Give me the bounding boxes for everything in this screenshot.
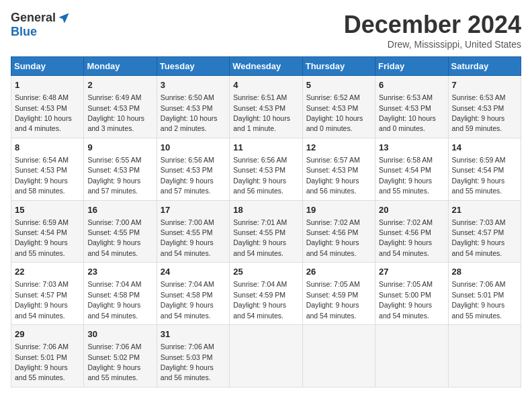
calendar-cell: 22 Sunrise: 7:03 AMSunset: 4:57 PMDaylig… xyxy=(11,263,84,325)
day-info: Sunrise: 7:05 AMSunset: 5:00 PMDaylight:… xyxy=(379,280,433,319)
day-info: Sunrise: 7:02 AMSunset: 4:56 PMDaylight:… xyxy=(306,218,360,257)
day-header-monday: Monday xyxy=(84,57,157,76)
calendar-cell xyxy=(448,325,521,387)
calendar-cell: 3 Sunrise: 6:50 AMSunset: 4:53 PMDayligh… xyxy=(157,76,229,138)
day-number: 26 xyxy=(306,266,371,278)
calendar-week-3: 15 Sunrise: 6:59 AMSunset: 4:54 PMDaylig… xyxy=(11,200,521,263)
day-info: Sunrise: 7:04 AMSunset: 4:58 PMDaylight:… xyxy=(87,280,141,319)
calendar-cell: 26 Sunrise: 7:05 AMSunset: 4:59 PMDaylig… xyxy=(302,263,375,325)
day-info: Sunrise: 7:04 AMSunset: 4:58 PMDaylight:… xyxy=(161,280,214,319)
calendar-cell xyxy=(375,325,448,387)
day-info: Sunrise: 7:06 AMSunset: 5:01 PMDaylight:… xyxy=(15,342,69,381)
calendar-cell: 18 Sunrise: 7:01 AMSunset: 4:55 PMDaylig… xyxy=(230,200,302,263)
calendar-cell: 1 Sunrise: 6:48 AMSunset: 4:53 PMDayligh… xyxy=(11,76,84,138)
calendar-cell: 2 Sunrise: 6:49 AMSunset: 4:53 PMDayligh… xyxy=(84,76,157,138)
day-info: Sunrise: 7:03 AMSunset: 4:57 PMDaylight:… xyxy=(15,280,69,319)
day-info: Sunrise: 6:48 AMSunset: 4:53 PMDaylight:… xyxy=(15,93,72,132)
calendar-cell: 19 Sunrise: 7:02 AMSunset: 4:56 PMDaylig… xyxy=(302,200,375,263)
calendar-cell: 29 Sunrise: 7:06 AMSunset: 5:01 PMDaylig… xyxy=(11,325,84,387)
day-info: Sunrise: 7:00 AMSunset: 4:55 PMDaylight:… xyxy=(87,218,141,257)
logo-bird-icon xyxy=(57,11,71,25)
calendar-cell: 12 Sunrise: 6:57 AMSunset: 4:53 PMDaylig… xyxy=(302,138,375,200)
day-header-saturday: Saturday xyxy=(448,57,521,76)
day-number: 31 xyxy=(161,328,226,340)
day-number: 19 xyxy=(306,204,371,216)
day-number: 9 xyxy=(87,142,152,154)
calendar-cell: 23 Sunrise: 7:04 AMSunset: 4:58 PMDaylig… xyxy=(84,263,157,325)
day-info: Sunrise: 7:03 AMSunset: 4:57 PMDaylight:… xyxy=(452,218,506,257)
calendar-cell: 27 Sunrise: 7:05 AMSunset: 5:00 PMDaylig… xyxy=(375,263,448,325)
day-info: Sunrise: 6:55 AMSunset: 4:53 PMDaylight:… xyxy=(87,156,141,195)
day-header-sunday: Sunday xyxy=(11,57,84,76)
day-info: Sunrise: 7:00 AMSunset: 4:55 PMDaylight:… xyxy=(161,218,214,257)
day-number: 30 xyxy=(87,328,152,340)
calendar-cell: 6 Sunrise: 6:53 AMSunset: 4:53 PMDayligh… xyxy=(375,76,448,138)
day-number: 11 xyxy=(233,142,298,154)
calendar-cell: 25 Sunrise: 7:04 AMSunset: 4:59 PMDaylig… xyxy=(230,263,302,325)
day-number: 28 xyxy=(452,266,517,278)
calendar-cell: 28 Sunrise: 7:06 AMSunset: 5:01 PMDaylig… xyxy=(448,263,521,325)
calendar-cell: 31 Sunrise: 7:06 AMSunset: 5:03 PMDaylig… xyxy=(157,325,229,387)
day-number: 13 xyxy=(379,142,444,154)
calendar-cell: 10 Sunrise: 6:56 AMSunset: 4:53 PMDaylig… xyxy=(157,138,229,200)
calendar-week-1: 1 Sunrise: 6:48 AMSunset: 4:53 PMDayligh… xyxy=(11,76,521,138)
calendar-cell: 24 Sunrise: 7:04 AMSunset: 4:58 PMDaylig… xyxy=(157,263,229,325)
logo: General Blue xyxy=(11,11,71,39)
day-info: Sunrise: 6:58 AMSunset: 4:54 PMDaylight:… xyxy=(379,156,433,195)
day-number: 5 xyxy=(306,79,371,91)
day-header-wednesday: Wednesday xyxy=(230,57,302,76)
day-info: Sunrise: 7:06 AMSunset: 5:01 PMDaylight:… xyxy=(452,280,506,319)
calendar-cell: 15 Sunrise: 6:59 AMSunset: 4:54 PMDaylig… xyxy=(11,200,84,263)
day-info: Sunrise: 7:06 AMSunset: 5:02 PMDaylight:… xyxy=(87,342,141,381)
calendar-week-5: 29 Sunrise: 7:06 AMSunset: 5:01 PMDaylig… xyxy=(11,325,521,387)
day-number: 1 xyxy=(15,79,80,91)
day-info: Sunrise: 7:06 AMSunset: 5:03 PMDaylight:… xyxy=(161,342,214,381)
day-number: 14 xyxy=(452,142,517,154)
day-info: Sunrise: 6:49 AMSunset: 4:53 PMDaylight:… xyxy=(87,93,144,132)
day-info: Sunrise: 6:50 AMSunset: 4:53 PMDaylight:… xyxy=(161,93,218,132)
day-info: Sunrise: 6:56 AMSunset: 4:53 PMDaylight:… xyxy=(161,156,214,195)
day-header-thursday: Thursday xyxy=(302,57,375,76)
day-number: 20 xyxy=(379,204,444,216)
day-number: 24 xyxy=(161,266,226,278)
calendar-cell xyxy=(230,325,302,387)
day-number: 10 xyxy=(161,142,226,154)
day-number: 29 xyxy=(15,328,80,340)
day-number: 8 xyxy=(15,142,80,154)
day-number: 12 xyxy=(306,142,371,154)
day-info: Sunrise: 6:57 AMSunset: 4:53 PMDaylight:… xyxy=(306,156,360,195)
day-number: 16 xyxy=(87,204,152,216)
title-area: December 2024 Drew, Mississippi, United … xyxy=(344,11,521,50)
calendar-cell: 11 Sunrise: 6:56 AMSunset: 4:53 PMDaylig… xyxy=(230,138,302,200)
day-number: 2 xyxy=(87,79,152,91)
day-number: 4 xyxy=(233,79,298,91)
calendar-cell: 20 Sunrise: 7:02 AMSunset: 4:56 PMDaylig… xyxy=(375,200,448,263)
calendar-cell xyxy=(302,325,375,387)
calendar-cell: 13 Sunrise: 6:58 AMSunset: 4:54 PMDaylig… xyxy=(375,138,448,200)
page-header: General Blue December 2024 Drew, Mississ… xyxy=(11,11,521,50)
calendar-week-2: 8 Sunrise: 6:54 AMSunset: 4:53 PMDayligh… xyxy=(11,138,521,200)
location-label: Drew, Mississippi, United States xyxy=(344,39,521,50)
day-info: Sunrise: 6:51 AMSunset: 4:53 PMDaylight:… xyxy=(233,93,290,132)
day-info: Sunrise: 6:56 AMSunset: 4:53 PMDaylight:… xyxy=(233,156,287,195)
calendar-table: SundayMondayTuesdayWednesdayThursdayFrid… xyxy=(11,56,521,387)
day-info: Sunrise: 7:05 AMSunset: 4:59 PMDaylight:… xyxy=(306,280,360,319)
day-number: 18 xyxy=(233,204,298,216)
day-info: Sunrise: 6:53 AMSunset: 4:53 PMDaylight:… xyxy=(379,93,436,132)
calendar-cell: 30 Sunrise: 7:06 AMSunset: 5:02 PMDaylig… xyxy=(84,325,157,387)
day-header-tuesday: Tuesday xyxy=(157,57,229,76)
day-number: 21 xyxy=(452,204,517,216)
day-number: 6 xyxy=(379,79,444,91)
calendar-cell: 21 Sunrise: 7:03 AMSunset: 4:57 PMDaylig… xyxy=(448,200,521,263)
day-number: 3 xyxy=(161,79,226,91)
calendar-cell: 7 Sunrise: 6:53 AMSunset: 4:53 PMDayligh… xyxy=(448,76,521,138)
day-number: 7 xyxy=(452,79,517,91)
day-number: 22 xyxy=(15,266,80,278)
logo-blue-text: Blue xyxy=(11,25,37,39)
calendar-cell: 9 Sunrise: 6:55 AMSunset: 4:53 PMDayligh… xyxy=(84,138,157,200)
day-info: Sunrise: 6:59 AMSunset: 4:54 PMDaylight:… xyxy=(452,156,506,195)
day-info: Sunrise: 7:01 AMSunset: 4:55 PMDaylight:… xyxy=(233,218,287,257)
day-info: Sunrise: 6:53 AMSunset: 4:53 PMDaylight:… xyxy=(452,93,506,132)
header-row: SundayMondayTuesdayWednesdayThursdayFrid… xyxy=(11,57,521,76)
day-info: Sunrise: 7:02 AMSunset: 4:56 PMDaylight:… xyxy=(379,218,433,257)
